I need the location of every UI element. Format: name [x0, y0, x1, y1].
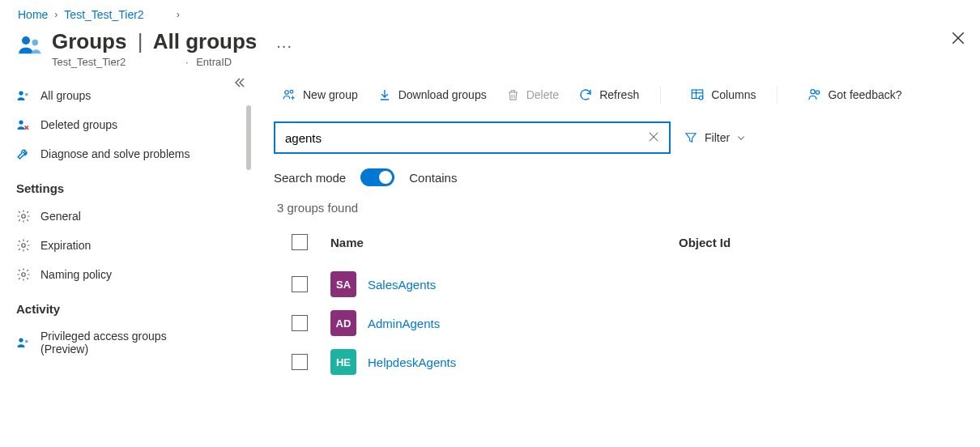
sidebar-item-privileged-access[interactable]: Privileged access groups (Preview) [0, 322, 251, 363]
chevron-right-icon: › [54, 9, 58, 20]
page-title-row: Groups | All groups Test_Test_Tier2 · En… [0, 26, 980, 76]
groups-deleted-icon [16, 117, 31, 132]
sidebar-section-activity: Activity [0, 289, 251, 322]
feedback-button[interactable]: ? Got feedback? [799, 83, 910, 107]
wrench-icon [16, 147, 31, 161]
gear-icon [16, 209, 31, 224]
group-avatar: SA [330, 271, 356, 297]
clear-search-button[interactable] [645, 128, 663, 148]
filter-button[interactable]: Filter [684, 130, 746, 145]
svg-point-18 [811, 90, 815, 94]
search-input-wrapper [274, 121, 671, 154]
subtitle-product: EntraID [196, 56, 232, 68]
sidebar-item-deleted-groups[interactable]: Deleted groups [0, 110, 251, 139]
toolbar-label: Download groups [398, 88, 487, 101]
sidebar-item-diagnose[interactable]: Diagnose and solve problems [0, 139, 251, 168]
collapse-sidebar-button[interactable] [233, 76, 246, 92]
svg-text:?: ? [817, 92, 819, 95]
group-avatar: HE [330, 349, 356, 375]
sidebar-item-label: Expiration [40, 239, 91, 252]
toolbar-label: Delete [526, 88, 559, 101]
svg-point-12 [285, 91, 289, 95]
sidebar-item-label: Naming policy [40, 268, 112, 281]
svg-point-8 [22, 244, 26, 248]
filter-label: Filter [705, 131, 730, 144]
search-mode-toggle[interactable] [360, 168, 394, 186]
more-actions-button[interactable]: ··· [276, 29, 292, 57]
breadcrumb-tenant[interactable]: Test_Test_Tier2 [64, 8, 143, 21]
sidebar-item-expiration[interactable]: Expiration [0, 231, 251, 260]
row-checkbox[interactable] [292, 354, 308, 370]
sidebar-item-label: Privileged access groups (Preview) [40, 330, 202, 355]
new-group-button[interactable]: New group [274, 83, 366, 107]
svg-point-11 [25, 340, 28, 343]
groups-icon [16, 88, 31, 103]
svg-point-0 [22, 36, 30, 45]
svg-point-4 [19, 91, 23, 95]
group-avatar: AD [330, 310, 356, 336]
gear-icon [16, 267, 31, 282]
gear-icon [16, 238, 31, 253]
sidebar: All groups Deleted groups Diagnose and s… [0, 76, 251, 434]
svg-point-13 [290, 90, 293, 93]
svg-point-6 [19, 120, 23, 124]
toolbar-separator [660, 86, 661, 104]
toolbar-separator [777, 86, 778, 104]
column-header-objectid[interactable]: Object Id [679, 236, 980, 249]
toolbar-label: New group [303, 88, 358, 101]
svg-point-5 [25, 93, 28, 96]
result-count: 3 groups found [277, 201, 980, 215]
group-name-link[interactable]: AdminAgents [368, 317, 440, 330]
column-header-name[interactable]: Name [330, 236, 679, 249]
svg-point-17 [699, 96, 703, 100]
search-mode-row: Search mode Contains [274, 168, 980, 186]
toolbar: New group Download groups Delete Refresh… [274, 83, 980, 121]
sidebar-item-label: Deleted groups [40, 118, 117, 131]
toolbar-label: Columns [711, 88, 756, 101]
delete-button: Delete [498, 83, 567, 107]
svg-point-7 [22, 215, 26, 219]
svg-point-10 [19, 338, 23, 342]
select-all-checkbox[interactable] [292, 234, 308, 250]
refresh-button[interactable]: Refresh [570, 83, 647, 107]
row-checkbox[interactable] [292, 276, 308, 292]
group-name-link[interactable]: SalesAgents [368, 278, 436, 292]
svg-point-1 [32, 40, 39, 46]
toolbar-label: Refresh [599, 88, 639, 101]
subtitle-tenant: Test_Test_Tier2 [52, 56, 126, 68]
close-button[interactable] [951, 31, 965, 48]
sidebar-item-naming-policy[interactable]: Naming policy [0, 260, 251, 289]
groups-icon [18, 32, 42, 59]
breadcrumb-home[interactable]: Home [18, 8, 48, 21]
sidebar-item-all-groups[interactable]: All groups [0, 81, 251, 110]
chevron-right-icon: › [177, 9, 180, 20]
content-pane: New group Download groups Delete Refresh… [251, 76, 980, 434]
columns-button[interactable]: Columns [682, 83, 764, 107]
subtitle-dot: · [185, 56, 189, 68]
toolbar-label: Got feedback? [828, 88, 901, 101]
sidebar-item-label: All groups [40, 89, 91, 102]
filter-icon [684, 130, 698, 145]
sidebar-item-label: General [40, 210, 81, 223]
table-row: ADAdminAgents [274, 304, 980, 343]
groups-icon [16, 335, 31, 350]
title-sub: All groups [153, 29, 258, 53]
page-title: Groups | All groups [52, 29, 257, 54]
table-row: HEHelpdeskAgents [274, 343, 980, 381]
download-groups-button[interactable]: Download groups [369, 83, 495, 107]
sidebar-item-label: Diagnose and solve problems [40, 147, 190, 160]
sidebar-section-settings: Settings [0, 168, 251, 202]
table-header: Name Object Id [274, 234, 980, 265]
sidebar-item-general[interactable]: General [0, 202, 251, 231]
svg-point-9 [22, 273, 26, 277]
chevron-down-icon [736, 133, 746, 143]
search-input[interactable] [285, 131, 645, 145]
search-mode-label: Search mode [274, 171, 346, 185]
title-divider: | [138, 29, 143, 53]
search-mode-value: Contains [409, 171, 457, 185]
title-main: Groups [52, 29, 126, 53]
group-name-link[interactable]: HelpdeskAgents [368, 355, 456, 369]
subtitle: Test_Test_Tier2 · EntraID [52, 56, 257, 68]
row-checkbox[interactable] [292, 315, 308, 331]
breadcrumb: Home › Test_Test_Tier2 › [0, 0, 980, 26]
